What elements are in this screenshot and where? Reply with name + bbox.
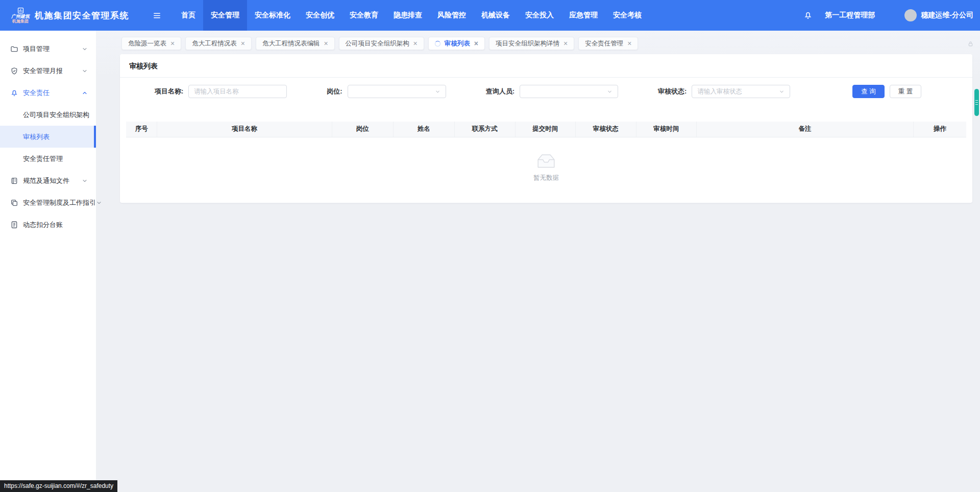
- scrollbar-thumb-widget[interactable]: [974, 89, 979, 116]
- empty-text: 暂无数据: [533, 174, 559, 182]
- tab-label: 危大工程情况表编辑: [262, 39, 320, 48]
- nav-item-emergency[interactable]: 应急管理: [561, 0, 605, 31]
- tab-label: 项目安全组织架构详情: [496, 39, 559, 48]
- sidebar: 项目管理 安全管理月报 安全责任 公司项目安全组织架构 审核列表 安全责任管理 …: [0, 31, 96, 492]
- post-label: 岗位:: [327, 87, 342, 96]
- ledger-icon: [10, 221, 18, 229]
- sidebar-item-label: 动态扣分台账: [23, 220, 63, 229]
- copy-icon: [10, 199, 18, 207]
- top-header: 广州建筑 机施集团 机施集团安全管理系统 首页 安全管理 安全标准化 安全创优 …: [0, 0, 980, 31]
- review-status-select[interactable]: 请输入审核状态: [692, 85, 790, 98]
- nav-item-investment[interactable]: 安全投入: [518, 0, 561, 31]
- col-review-status: 审核状态: [576, 122, 636, 137]
- header-right: 第一工程管理部 穗建运维-分公司: [803, 0, 980, 31]
- empty-state: 暂无数据: [126, 137, 966, 198]
- chevron-down-icon: [607, 89, 612, 95]
- brand-emblem-icon: [17, 7, 24, 14]
- department-selector[interactable]: 第一工程管理部: [825, 11, 875, 20]
- username[interactable]: 穗建运维-分公司: [921, 11, 973, 20]
- search-button[interactable]: 查 询: [852, 85, 884, 98]
- sidebar-item-duty-mgmt[interactable]: 安全责任管理: [0, 148, 96, 170]
- app-logo: 广州建筑 机施集团 机施集团安全管理系统: [0, 0, 129, 31]
- avatar[interactable]: [904, 9, 917, 21]
- sidebar-item-org-structure[interactable]: 公司项目安全组织架构: [0, 104, 96, 126]
- nav-item-home[interactable]: 首页: [174, 0, 203, 31]
- sidebar-item-safety-duty[interactable]: 安全责任: [0, 82, 96, 104]
- close-icon[interactable]: ×: [170, 40, 175, 47]
- chevron-down-icon: [82, 178, 88, 184]
- tab-bar: 危险源一览表 × 危大工程情况表 × 危大工程情况表编辑 × 公司项目安全组织架…: [96, 31, 980, 53]
- tab-label: 安全责任管理: [585, 39, 623, 48]
- close-icon[interactable]: ×: [324, 40, 328, 47]
- sidebar-item-label: 安全责任: [23, 88, 50, 98]
- sidebar-item-label: 审核列表: [23, 132, 50, 142]
- reset-button[interactable]: 重 置: [890, 85, 921, 98]
- nav-item-machinery[interactable]: 机械设备: [474, 0, 518, 31]
- nav-item-standardization[interactable]: 安全标准化: [247, 0, 298, 31]
- content-card: 审核列表 项目名称: 岗位: 查询人员: 审核状: [120, 54, 972, 203]
- chevron-down-icon: [96, 200, 102, 206]
- project-name-label: 项目名称:: [155, 87, 183, 96]
- chevron-up-icon: [82, 90, 88, 96]
- page-title: 审核列表: [120, 54, 972, 78]
- tab-project-org-detail[interactable]: 项目安全组织架构详情 ×: [489, 37, 574, 50]
- tab-hazard-overview[interactable]: 危险源一览表 ×: [121, 37, 181, 50]
- lock-icon[interactable]: [967, 40, 974, 47]
- nav-item-safety-mgmt[interactable]: 安全管理: [203, 0, 247, 31]
- query-person-select[interactable]: [520, 85, 618, 98]
- sidebar-fold-icon[interactable]: [153, 0, 161, 31]
- sidebar-item-norm-files[interactable]: 规范及通知文件: [0, 170, 96, 192]
- col-post: 岗位: [332, 122, 393, 137]
- sidebar-item-label: 安全责任管理: [23, 154, 63, 163]
- close-icon[interactable]: ×: [564, 40, 568, 47]
- main-nav: 首页 安全管理 安全标准化 安全创优 安全教育 隐患排查 风险管控 机械设备 安…: [174, 0, 649, 31]
- tab-label: 公司项目安全组织架构: [346, 39, 409, 48]
- notification-bell-icon[interactable]: [803, 11, 813, 20]
- project-name-input[interactable]: [188, 85, 287, 98]
- close-icon[interactable]: ×: [413, 40, 418, 47]
- post-select[interactable]: [348, 85, 446, 98]
- query-person-label: 查询人员:: [486, 87, 514, 96]
- sidebar-item-rules-guides[interactable]: 安全管理制度及工作指引: [0, 192, 96, 214]
- nav-item-risk-control[interactable]: 风险管控: [430, 0, 474, 31]
- col-index: 序号: [126, 122, 157, 137]
- review-status-label: 审核状态:: [658, 87, 687, 96]
- chevron-down-icon: [435, 89, 440, 95]
- col-review-time: 审核时间: [636, 122, 697, 137]
- nav-item-education[interactable]: 安全教育: [342, 0, 386, 31]
- close-icon[interactable]: ×: [627, 40, 631, 47]
- app-title: 机施集团安全管理系统: [35, 10, 129, 21]
- tab-major-project-edit[interactable]: 危大工程情况表编辑 ×: [256, 37, 335, 50]
- brand-line1: 广州建筑: [11, 14, 30, 19]
- sidebar-item-monthly-report[interactable]: 安全管理月报: [0, 60, 96, 82]
- filter-bar: 项目名称: 岗位: 查询人员: 审核状态: 请输入审: [120, 78, 972, 122]
- nav-item-assessment[interactable]: 安全考核: [605, 0, 649, 31]
- sidebar-item-label: 规范及通知文件: [23, 176, 69, 185]
- col-submit-time: 提交时间: [515, 122, 576, 137]
- empty-box-icon: [534, 152, 558, 171]
- tab-label: 危大工程情况表: [192, 39, 237, 48]
- sidebar-item-score-ledger[interactable]: 动态扣分台账: [0, 214, 96, 236]
- sidebar-item-label: 公司项目安全组织架构: [23, 110, 89, 120]
- tab-review-list[interactable]: 审核列表 ×: [428, 37, 485, 50]
- chevron-down-icon: [779, 89, 785, 95]
- tab-major-project[interactable]: 危大工程情况表 ×: [185, 37, 252, 50]
- sidebar-item-project-mgmt[interactable]: 项目管理: [0, 38, 96, 60]
- brand-line2: 机施集团: [12, 19, 29, 24]
- folder-icon: [10, 45, 18, 53]
- sidebar-item-label: 安全管理月报: [23, 66, 63, 76]
- nav-item-excellence[interactable]: 安全创优: [298, 0, 342, 31]
- tab-company-org[interactable]: 公司项目安全组织架构 ×: [339, 37, 424, 50]
- select-placeholder: 请输入审核状态: [697, 87, 742, 96]
- sidebar-item-label: 项目管理: [23, 44, 50, 54]
- chevron-down-icon: [82, 46, 88, 52]
- chevron-down-icon: [82, 68, 88, 74]
- tab-duty-mgmt[interactable]: 安全责任管理 ×: [578, 37, 638, 50]
- col-name: 姓名: [393, 122, 454, 137]
- sidebar-item-review-list[interactable]: 审核列表: [0, 126, 96, 148]
- notebook-icon: [10, 177, 18, 185]
- sidebar-item-label: 安全管理制度及工作指引: [23, 198, 96, 207]
- close-icon[interactable]: ×: [241, 40, 245, 47]
- nav-item-hazard-inspection[interactable]: 隐患排查: [386, 0, 430, 31]
- close-icon[interactable]: ×: [474, 40, 478, 47]
